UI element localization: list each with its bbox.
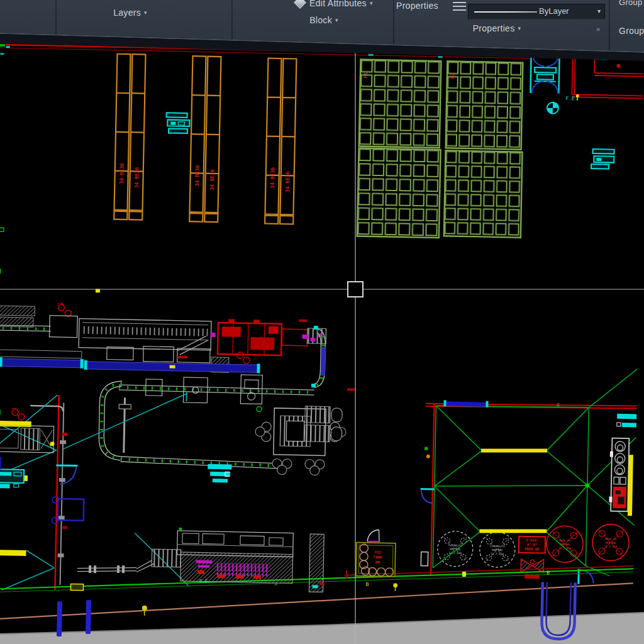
chevron-down-icon: ▾ [335,17,338,23]
group-tool-button[interactable]: Group [619,0,643,7]
panel-properties-button[interactable]: Properties▾ [459,23,535,33]
fe-text-lower: F.E. [199,579,211,584]
panel-block-label: Block [309,15,332,25]
blue-pillar-1 [57,601,62,636]
pallet-racks[interactable]: 34 BE36 34 BE36 34 BE36 34 BE36 34 BE36 … [114,54,296,225]
panel-block-button[interactable]: Block▾ [289,15,358,25]
grid-label-2: P2 [450,72,455,79]
rack-label: 34 BE36 [270,167,276,189]
properties-tool-label: Properties [396,1,438,11]
tank-label: 400 BBL [492,548,504,552]
line-marker: B [366,582,369,587]
drawing-canvas[interactable]: F.E. 34 BE36 34 BE36 34 BE36 34 BE36 34 … [0,0,644,644]
red-filler-machine[interactable] [218,319,308,356]
room-label-line: RM [375,560,380,564]
layout-markers [0,228,432,450]
pallet-grid-4[interactable] [444,150,523,237]
feed-box-line: FEED HD [525,547,539,551]
linetype-list-icon[interactable] [453,2,466,13]
floor-drain-symbol[interactable] [547,102,558,113]
pump-symbol-2[interactable] [11,408,25,420]
door-label-d: D [557,402,559,408]
rack-label: 34 BE36 [209,169,216,191]
panel-launcher[interactable]: » [596,25,600,33]
tank-label: MASH FV [559,539,571,542]
room-label-line: TANK [373,555,382,559]
panel-group-button[interactable]: Group [619,26,644,36]
launcher-icon: » [596,25,600,33]
rack-label: 34 BE36 [285,171,291,192]
panel-properties-label: Properties [473,23,515,33]
tank-label: FUTURE FV [490,545,505,548]
line-marker: B [547,570,550,576]
grid-label-1: P1 [363,72,369,79]
edit-attributes-label: Edit Attributes [309,0,367,8]
cyan-equipment-mid[interactable] [208,464,232,483]
roof-ridge-1 [481,449,547,452]
pallet-grid-3[interactable] [357,148,441,238]
fe-text-upper: F.E. [565,96,577,101]
pump-symbol[interactable] [57,303,71,316]
feed-hopper-box[interactable]: 5'X10' 4'-0" FEED HD [519,536,546,553]
panel-layers-button[interactable]: Layers▾ [93,8,167,18]
tank-label: 400 BBL [605,541,617,544]
feed-box-line: 4'-0" [527,543,538,547]
chevron-down-icon[interactable]: ▾ [597,8,601,14]
stairs[interactable] [152,549,181,567]
autocad-window: F.E. 34 BE36 34 BE36 34 BE36 34 BE36 34 … [0,0,644,644]
co2-tank-room[interactable]: CO2 TANK RM [356,530,396,577]
mill-building[interactable]: F.E. [77,526,325,592]
pallet-grid-2[interactable] [446,61,523,149]
edit-attributes-button[interactable]: Edit Attributes▾ [309,0,373,8]
panel-layers-label: Layers [113,8,141,18]
tank-label: 11.2 DIA [491,552,504,555]
gray-machine-left[interactable] [0,425,54,453]
chevron-down-icon: ▾ [370,0,373,6]
cyan-equipment-bottomleft[interactable] [0,469,24,489]
roof-ridge-2 [479,530,547,532]
bylayer-value: ByLayer [539,6,569,16]
blue-pillar-2 [86,600,91,634]
group-tool-label: Group [619,0,643,7]
properties-tool-button[interactable]: Properties [396,1,438,11]
room-label-line: CO2 [374,550,381,554]
panel-divider [55,0,57,60]
feed-box-line: 5'X10' [526,538,538,542]
lineweight-preview [474,11,537,13]
lineweight-combo[interactable]: ByLayer ▾ [468,4,605,19]
tank-label: MASH FV [605,537,617,540]
pallet-grids[interactable]: P1 P2 [357,60,525,240]
cyan-equipment-topright[interactable] [591,149,614,169]
production-line[interactable] [0,301,356,485]
ribbon: Layers▾ Edit Attributes▾ Block▾ Properti… [0,0,644,69]
dock-leveler-1[interactable] [0,421,31,427]
chevron-down-icon: ▾ [144,9,147,16]
panel-divider [231,0,233,60]
dock-door-north[interactable] [445,401,486,406]
tank-label: 11.2 DIA [604,545,618,548]
chevron-down-icon: ▾ [518,25,521,31]
pallet-grid-1[interactable] [359,60,441,148]
dock-leveler-3[interactable] [0,550,26,556]
rack-label: 34 BE36 [134,167,140,188]
southeast-door[interactable] [579,569,594,584]
rack-label: 34 BE36 [194,165,201,186]
restroom-fixtures-panel[interactable] [609,438,629,512]
cyan-equipment-topleft[interactable] [166,113,190,133]
panel-group-label: Group [619,26,644,36]
rack-label: 34 BE36 [119,163,125,184]
pickbox [348,282,363,297]
